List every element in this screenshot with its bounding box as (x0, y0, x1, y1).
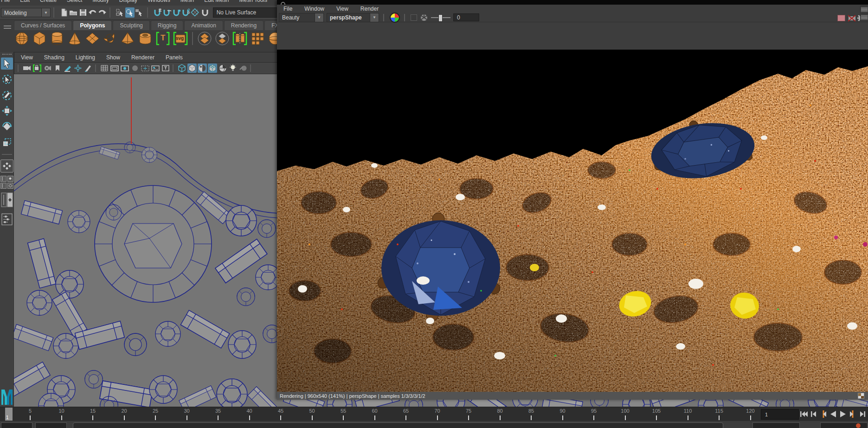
render-view-titlebar[interactable] (277, 0, 868, 5)
rendered-image-area[interactable] (277, 50, 868, 392)
make-live-icon[interactable] (191, 7, 201, 18)
shelf-tab-rendering[interactable]: Rendering (224, 20, 264, 30)
menu-windows[interactable]: Windows (148, 0, 170, 3)
select-tool[interactable] (1, 57, 13, 70)
quad-draw-icon[interactable] (250, 31, 265, 46)
go-to-end-button[interactable] (858, 409, 867, 419)
shadows-icon[interactable] (238, 64, 248, 73)
panel-menu-show[interactable]: Show (106, 54, 120, 61)
poly-type-icon[interactable]: T (155, 31, 171, 46)
step-forward-key-button[interactable] (849, 409, 857, 419)
rv-menu-render[interactable]: Render (360, 6, 379, 12)
booleans-icon[interactable] (232, 31, 248, 46)
redo-icon[interactable] (97, 7, 107, 18)
menu-file[interactable]: File (1, 0, 10, 3)
menu-mesh-tools[interactable]: Mesh Tools (239, 0, 267, 3)
display-toggle-checkbox[interactable] (411, 14, 417, 21)
shaded-icon[interactable] (187, 64, 197, 73)
shelf-tab-curves-surfaces[interactable]: Curves / Surfaces (14, 20, 72, 30)
current-frame-field[interactable]: 1 (761, 409, 799, 420)
lights-icon[interactable] (228, 64, 238, 73)
auto-key-button[interactable] (856, 423, 861, 428)
keep-image-icon[interactable] (858, 393, 864, 400)
rv-menu-file[interactable]: File (283, 6, 292, 12)
undo-icon[interactable] (88, 7, 97, 18)
shelf-tab-polygons[interactable]: Polygons (73, 20, 112, 30)
no-render-icon[interactable] (847, 13, 857, 23)
poly-pyramid-icon[interactable] (120, 31, 135, 46)
select-component-icon[interactable] (135, 7, 144, 18)
select-object-icon[interactable] (125, 7, 135, 18)
poly-sphere-icon[interactable] (14, 31, 30, 46)
pencil-context-icon[interactable] (84, 64, 93, 73)
open-scene-icon[interactable] (69, 7, 78, 18)
snap-to-curve-icon[interactable] (162, 7, 172, 18)
grid-icon[interactable] (100, 64, 109, 73)
separator[interactable] (147, 7, 150, 18)
svg-tool-icon[interactable]: svg (173, 31, 188, 46)
poly-cone-icon[interactable] (67, 31, 83, 46)
panel-menu-shading[interactable]: Shading (44, 54, 64, 61)
panel-menu-renderer[interactable]: Renderer (131, 54, 154, 61)
combine-icon[interactable] (197, 31, 212, 46)
snap-to-point-icon[interactable] (172, 7, 181, 18)
play-backwards-button[interactable] (829, 409, 837, 419)
shelf-tab-sculpting[interactable]: Sculpting (113, 20, 149, 30)
color-swatch[interactable] (837, 15, 845, 21)
wireframe-on-shaded-icon[interactable] (208, 64, 217, 73)
layout-single-pane-button[interactable] (0, 160, 13, 172)
image-plane-pen-icon[interactable] (63, 64, 72, 73)
exposure-field[interactable]: 0 (453, 13, 479, 21)
menu-edit-mesh[interactable]: Edit Mesh (204, 0, 229, 3)
playback-start-field[interactable] (35, 422, 67, 428)
wireframe-icon[interactable] (177, 64, 186, 73)
play-forwards-button[interactable] (839, 409, 847, 419)
go-to-start-button[interactable] (800, 409, 808, 419)
poly-cube-icon[interactable] (32, 31, 47, 46)
step-back-frame-button[interactable] (810, 409, 818, 419)
move-tool[interactable] (1, 105, 13, 117)
toolbox-grip[interactable] (2, 54, 12, 55)
menu-modify[interactable]: Modify (92, 0, 109, 3)
shelf-tab-animation[interactable]: Animation (184, 20, 223, 30)
camera-dropdown[interactable]: perspShape ▼ (327, 13, 379, 22)
panel-toolbar-grip[interactable] (18, 64, 20, 72)
playback-end-field[interactable] (752, 422, 800, 428)
use-default-material-icon[interactable] (218, 64, 227, 73)
exposure-slider[interactable] (431, 17, 450, 18)
separate-icon[interactable] (214, 31, 230, 46)
poly-plane-icon[interactable] (84, 31, 100, 46)
panel-menu-view[interactable]: View (21, 54, 33, 61)
menu-edit[interactable]: Edit (20, 0, 30, 3)
paint-select-tool[interactable] (1, 89, 13, 101)
rotate-tool[interactable] (1, 121, 13, 133)
lock-camera-icon[interactable] (32, 64, 42, 73)
panel-menu-lighting[interactable]: Lighting (76, 54, 95, 61)
image-plane-icon[interactable] (151, 64, 160, 73)
attribute-editor-toggle-icon[interactable] (860, 6, 868, 13)
current-frame-marker[interactable]: 1 (5, 408, 13, 421)
layout-two-pane-button[interactable] (1, 192, 13, 208)
resolution-gate-icon[interactable] (120, 64, 129, 73)
timeline-ruler[interactable]: 1 51015202530354045505560657075808590951… (1, 407, 756, 421)
menu-display[interactable]: Display (119, 0, 137, 3)
shelf-tab-rigging[interactable]: Rigging (151, 20, 184, 30)
textured-icon[interactable] (198, 64, 207, 73)
snap-to-grid-icon[interactable] (153, 7, 162, 18)
channel-box-toggle-icon[interactable] (860, 14, 868, 21)
poly-pipe-icon[interactable] (137, 31, 153, 46)
display-channel-dropdown[interactable]: Beauty ▼ (279, 13, 324, 22)
new-scene-icon[interactable] (59, 7, 69, 18)
rv-menu-view[interactable]: View (336, 6, 348, 12)
animation-start-field[interactable] (1, 422, 32, 428)
scale-tool[interactable] (1, 136, 13, 148)
exposure-aperture-icon[interactable] (420, 13, 428, 23)
move-manipulator-icon[interactable] (73, 64, 83, 73)
rv-menu-window[interactable]: Window (304, 6, 324, 12)
sculpt-sphere-icon[interactable] (267, 31, 277, 46)
step-back-key-button[interactable] (819, 409, 828, 419)
shelf-menu-grip[interactable] (4, 24, 11, 43)
menu-mesh[interactable]: Mesh (180, 0, 194, 3)
poly-cylinder-icon[interactable] (49, 31, 65, 46)
menu-set-dropdown[interactable]: Modeling ▼ (1, 8, 51, 17)
